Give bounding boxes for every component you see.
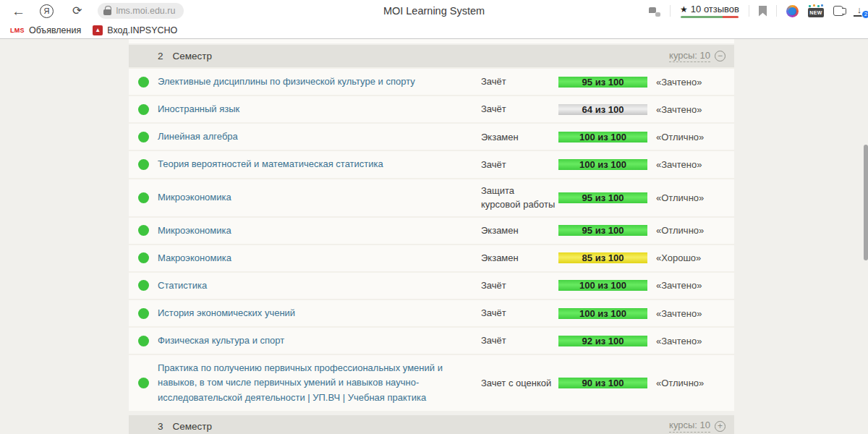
course-link[interactable]: Элективные дисциплины по физической куль… xyxy=(158,75,415,89)
extension-ring-icon[interactable] xyxy=(786,5,799,17)
course-row: Микроэкономика Защита курсовой работы 95… xyxy=(129,178,734,216)
course-row: Практика по получению первичных професси… xyxy=(129,354,734,410)
address-bar[interactable]: lms.moi.edu.ru xyxy=(98,3,184,19)
divider xyxy=(776,5,777,17)
assessment-type: Экзамен xyxy=(481,218,558,244)
assessment-type: Защита курсовой работы xyxy=(481,179,558,216)
new-extension-icon[interactable]: NEW xyxy=(808,8,824,17)
assessment-type: Зачёт xyxy=(481,300,558,326)
score-badge: 64 из 100 xyxy=(558,104,647,115)
course-row: Статистика Зачёт 100 из 100 «Зачтено» xyxy=(129,271,734,299)
status-dot-icon xyxy=(138,192,149,203)
grade-text: «Отлично» xyxy=(647,179,734,216)
browser-toolbar: ← Я ⟳ lms.moi.edu.ru MOI Learning System… xyxy=(0,0,868,22)
course-link[interactable]: Практика по получению первичных професси… xyxy=(158,361,468,404)
score-badge: 100 из 100 xyxy=(558,280,647,291)
collections-tag-icon[interactable] xyxy=(833,6,844,16)
collapse-semester-icon[interactable]: − xyxy=(715,51,726,61)
status-dot-icon xyxy=(138,336,149,346)
status-dot-icon xyxy=(138,104,149,115)
site-reviews-button[interactable]: ★ 10 отзывов xyxy=(680,4,739,18)
downloads-count-badge: 2 xyxy=(861,10,868,19)
reviews-count-label: 10 отзывов xyxy=(691,4,739,14)
assessment-type: Экзамен xyxy=(481,245,558,271)
score-badge: 85 из 100 xyxy=(558,252,647,263)
expand-semester-icon[interactable]: + xyxy=(715,421,726,432)
course-row: Теория вероятностей и математическая ста… xyxy=(129,150,734,177)
bookmark-login-inpsycho[interactable]: ▲ Вход.INPSYCHO xyxy=(90,25,180,35)
semester-label: Семестр xyxy=(173,421,213,432)
status-dot-icon xyxy=(138,132,149,142)
grade-text: «Зачтено» xyxy=(647,69,734,95)
assessment-type: Зачёт xyxy=(481,273,558,299)
course-row: Линейная алгебра Экзамен 100 из 100 «Отл… xyxy=(129,122,734,150)
feedback-bubbles-icon[interactable] xyxy=(649,7,660,17)
bookmark-announcements[interactable]: LMS Объявления xyxy=(7,25,84,35)
active-tab-title[interactable]: MOI Learning System xyxy=(383,5,485,17)
grades-table: 2 Семестр курсы: 10 − Элективные дисципл… xyxy=(129,39,734,434)
score-badge: 100 из 100 xyxy=(558,132,647,142)
score-badge: 95 из 100 xyxy=(558,225,647,236)
grade-text: «Зачтено» xyxy=(647,328,734,354)
semester-number: 2 xyxy=(158,51,163,61)
grade-text: «Зачтено» xyxy=(647,273,734,299)
course-rows: Элективные дисциплины по физической куль… xyxy=(129,67,734,411)
assessment-type: Зачёт xyxy=(481,69,558,95)
semester-3-header: 3 Семестр курсы: 10 + xyxy=(129,415,734,434)
course-link[interactable]: Макроэкономика xyxy=(158,251,231,265)
score-badge: 100 из 100 xyxy=(558,159,647,170)
assessment-type: Зачет с оценкой xyxy=(481,355,558,410)
bookmarks-bar: LMS Объявления ▲ Вход.INPSYCHO xyxy=(0,22,868,39)
lms-favicon: LMS xyxy=(10,27,25,34)
course-link[interactable]: Статистика xyxy=(158,278,207,293)
score-badge: 100 из 100 xyxy=(558,308,647,319)
course-row: Микроэкономика Экзамен 95 из 100 «Отличн… xyxy=(129,216,734,244)
course-link[interactable]: История экономических учений xyxy=(158,306,295,320)
rating-bar xyxy=(681,16,739,18)
status-dot-icon xyxy=(138,308,149,319)
status-dot-icon xyxy=(138,225,149,236)
inpsycho-favicon: ▲ xyxy=(93,25,103,35)
grade-text: «Зачтено» xyxy=(647,96,734,122)
course-link[interactable]: Линейная алгебра xyxy=(158,129,238,144)
course-link[interactable]: Иностранный язык xyxy=(158,102,239,116)
semester-label: Семестр xyxy=(173,51,213,61)
course-row: Макроэкономика Экзамен 85 из 100 «Хорошо… xyxy=(129,244,734,271)
bookmark-label: Объявления xyxy=(29,25,81,35)
status-dot-icon xyxy=(138,252,149,263)
back-button[interactable]: ← xyxy=(7,4,30,18)
grade-text: «Отлично» xyxy=(647,355,734,410)
course-link[interactable]: Физическая культура и спорт xyxy=(158,333,284,348)
divider xyxy=(749,5,749,17)
yandex-browser-icon[interactable]: Я xyxy=(40,4,54,18)
assessment-type: Зачёт xyxy=(481,328,558,354)
grade-text: «Отлично» xyxy=(647,124,734,150)
course-link[interactable]: Микроэкономика xyxy=(158,224,231,238)
course-link[interactable]: Теория вероятностей и математическая ста… xyxy=(158,157,383,171)
assessment-type: Зачёт xyxy=(481,96,558,122)
status-dot-icon xyxy=(138,280,149,291)
grade-text: «Хорошо» xyxy=(647,245,734,271)
page-content: 2 Семестр курсы: 10 − Элективные дисципл… xyxy=(0,39,868,434)
courses-count-link[interactable]: курсы: 10 xyxy=(669,420,710,433)
vertical-scrollbar-thumb[interactable] xyxy=(864,145,868,260)
assessment-type: Зачёт xyxy=(481,151,558,177)
downloads-button[interactable]: ↓ 2 xyxy=(854,5,865,17)
assessment-type: Экзамен xyxy=(481,124,558,150)
course-row: Физическая культура и спорт Зачёт 92 из … xyxy=(129,326,734,354)
divider xyxy=(670,5,671,17)
bookmark-label: Вход.INPSYCHO xyxy=(107,25,177,35)
course-row: Иностранный язык Зачёт 64 из 100 «Зачтен… xyxy=(129,95,734,122)
score-badge: 92 из 100 xyxy=(558,336,647,346)
bookmark-icon[interactable] xyxy=(759,6,767,17)
course-link[interactable]: Микроэкономика xyxy=(158,190,231,205)
status-dot-icon xyxy=(138,378,149,388)
score-badge: 95 из 100 xyxy=(558,77,647,88)
grade-text: «Зачтено» xyxy=(647,151,734,177)
score-badge: 95 из 100 xyxy=(558,192,647,203)
courses-count-link[interactable]: курсы: 10 xyxy=(669,50,710,63)
semester-number: 3 xyxy=(158,421,163,432)
toolbar-right-cluster: ★ 10 отзывов NEW ↓ 2 xyxy=(649,0,868,22)
refresh-button[interactable]: ⟳ xyxy=(68,5,86,17)
url-text: lms.moi.edu.ru xyxy=(116,6,175,16)
